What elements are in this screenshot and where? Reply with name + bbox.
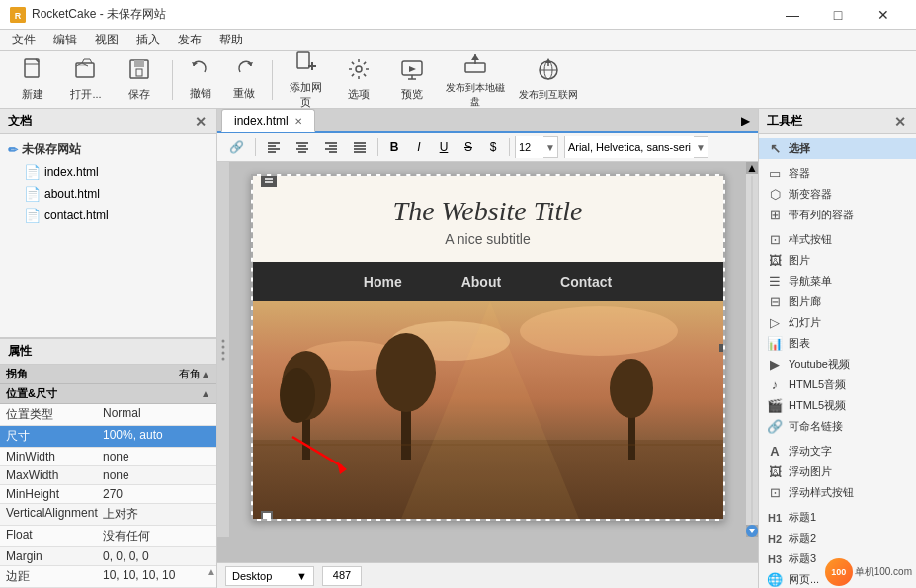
align-left-button[interactable] — [261, 136, 287, 158]
toolbox-close-button[interactable]: ✕ — [892, 114, 908, 129]
doc-contact[interactable]: 📄 contact.html — [0, 205, 216, 226]
menu-view[interactable]: 视图 — [87, 30, 126, 50]
doc-contact-label: contact.html — [44, 209, 109, 222]
canvas-bottom-resize[interactable] — [261, 511, 273, 521]
tab-close-button[interactable]: ✕ — [294, 116, 302, 126]
view-mode-label: Desktop — [232, 570, 272, 582]
preview-button[interactable]: 预览 — [387, 55, 437, 105]
scroll-up-button[interactable]: ▲ — [746, 162, 758, 174]
tool-gallery[interactable]: ⊟ 图片廊 — [759, 292, 916, 312]
right-scrollbar[interactable]: ▲ ▼ — [746, 162, 758, 537]
float-button-icon: ⊡ — [767, 485, 783, 500]
tool-float-text[interactable]: A 浮动文字 — [759, 441, 916, 462]
publish-web-button[interactable]: 发布到互联网 — [514, 55, 583, 105]
dollar-button[interactable]: $ — [482, 136, 504, 158]
close-button[interactable]: ✕ — [861, 0, 906, 30]
underline-button[interactable]: U — [433, 136, 455, 158]
tool-select[interactable]: ↖ 选择 — [759, 138, 916, 159]
tab-bar: index.html ✕ ▶ — [217, 109, 758, 133]
doc-about[interactable]: 📄 about.html — [0, 183, 216, 205]
tab-scroll-right[interactable]: ▶ — [737, 110, 754, 131]
tool-youtube[interactable]: ▶ Youtube视频 — [759, 354, 916, 375]
tool-style-button[interactable]: ⊡ 样式按钮 — [759, 229, 916, 250]
tool-h2[interactable]: H2 标题2 — [759, 528, 916, 548]
file-icon-index: 📄 — [24, 164, 41, 180]
canvas-scroll-area[interactable]: The Website Title A nice subtitle Home A… — [229, 166, 746, 562]
canvas-move-handle[interactable] — [261, 175, 277, 187]
tool-gradient-container[interactable]: ⬡ 渐变容器 — [759, 184, 916, 205]
tool-h1[interactable]: H1 标题1 — [759, 507, 916, 528]
doc-index-label: index.html — [44, 165, 99, 179]
nav-contact[interactable]: Contact — [560, 274, 612, 290]
canvas-area[interactable]: The Website Title A nice subtitle Home A… — [217, 162, 758, 562]
scroll-bottom-indicator[interactable] — [746, 525, 758, 537]
font-size-dropdown[interactable]: ▼ — [543, 142, 557, 153]
align-center-button[interactable] — [290, 136, 315, 158]
tab-index[interactable]: index.html ✕ — [221, 109, 315, 132]
nav-home[interactable]: Home — [364, 274, 402, 290]
float-text-icon: A — [767, 444, 783, 459]
strikethrough-button[interactable]: S — [458, 136, 479, 158]
add-page-button[interactable]: 添加网页 — [281, 55, 330, 105]
menu-publish[interactable]: 发布 — [170, 30, 209, 50]
redo-button[interactable]: 重做 — [224, 55, 264, 105]
tool-float-button[interactable]: ⊡ 浮动样式按钮 — [759, 482, 916, 503]
undo-button[interactable]: 撤销 — [181, 55, 220, 105]
props-pos-arrow: ▲ — [201, 388, 210, 399]
bold-button[interactable]: B — [383, 136, 405, 158]
props-minheight-value: 270 — [99, 485, 216, 503]
tool-nav-menu[interactable]: ☰ 导航菜单 — [759, 271, 916, 292]
tool-anchor[interactable]: 🔗 可命名链接 — [759, 416, 916, 437]
tool-chart[interactable]: 📊 图表 — [759, 333, 916, 354]
tool-columns-container-label: 带有列的容器 — [789, 208, 854, 222]
menu-help[interactable]: 帮助 — [211, 30, 251, 50]
align-right-button[interactable] — [318, 136, 344, 158]
maximize-button[interactable]: □ — [815, 0, 861, 30]
tool-image[interactable]: 🖼 图片 — [759, 250, 916, 271]
props-corner-label: 拐角 — [6, 367, 179, 381]
minimize-button[interactable]: — — [770, 0, 815, 30]
menu-edit[interactable]: 编辑 — [45, 30, 85, 50]
props-row-size[interactable]: 尺寸 100%, auto — [0, 426, 216, 448]
nav-about[interactable]: About — [461, 274, 501, 290]
tool-nav-menu-label: 导航菜单 — [789, 274, 832, 289]
watermark-icon: 100 — [825, 558, 853, 586]
tool-audio[interactable]: ♪ HTML5音频 — [759, 375, 916, 395]
publish-local-icon — [463, 51, 487, 78]
doc-root-item[interactable]: ✏ 未保存网站 — [0, 138, 216, 161]
canvas-right-resize[interactable] — [719, 344, 725, 352]
tool-columns-container[interactable]: ⊞ 带有列的容器 — [759, 205, 916, 225]
redo-icon — [233, 58, 255, 83]
font-name-dropdown[interactable]: ▼ — [694, 142, 708, 153]
props-minwidth-value: none — [99, 448, 216, 465]
tool-slideshow[interactable]: ▷ 幻灯片 — [759, 312, 916, 333]
doc-index[interactable]: 📄 index.html — [0, 161, 216, 183]
publish-local-button[interactable]: 发布到本地磁盘 — [441, 55, 510, 105]
gradient-container-icon: ⬡ — [767, 187, 783, 202]
documents-close-button[interactable]: ✕ — [193, 114, 208, 129]
save-button[interactable]: 保存 — [115, 55, 164, 105]
menu-bar: 文件 编辑 视图 插入 发布 帮助 — [0, 30, 916, 51]
italic-button[interactable]: I — [408, 136, 430, 158]
tool-container[interactable]: ▭ 容器 — [759, 163, 916, 184]
new-icon — [21, 57, 44, 84]
menu-insert[interactable]: 插入 — [128, 30, 168, 50]
options-button[interactable]: 选项 — [334, 55, 383, 105]
width-input[interactable]: 487 — [322, 566, 362, 586]
menu-file[interactable]: 文件 — [4, 30, 43, 50]
align-justify-button[interactable] — [347, 136, 373, 158]
gallery-icon: ⊟ — [767, 294, 783, 309]
tool-select-label: 选择 — [789, 141, 810, 156]
tool-float-image[interactable]: 🖼 浮动图片 — [759, 462, 916, 482]
new-button[interactable]: 新建 — [8, 55, 57, 105]
left-resize-handle[interactable] — [217, 162, 229, 537]
props-section-pos: 位置&尺寸 ▲ — [0, 384, 216, 404]
view-mode-dropdown[interactable]: Desktop ▼ — [225, 566, 314, 586]
font-size-input[interactable] — [516, 136, 543, 158]
canvas-inner[interactable]: The Website Title A nice subtitle Home A… — [251, 174, 725, 521]
font-name-input[interactable] — [565, 136, 694, 158]
tool-video[interactable]: 🎬 HTML5视频 — [759, 395, 916, 416]
link-button[interactable]: 🔗 — [223, 136, 250, 158]
props-corner-value: 有角 — [179, 367, 201, 381]
open-button[interactable]: 打开... — [61, 55, 111, 105]
